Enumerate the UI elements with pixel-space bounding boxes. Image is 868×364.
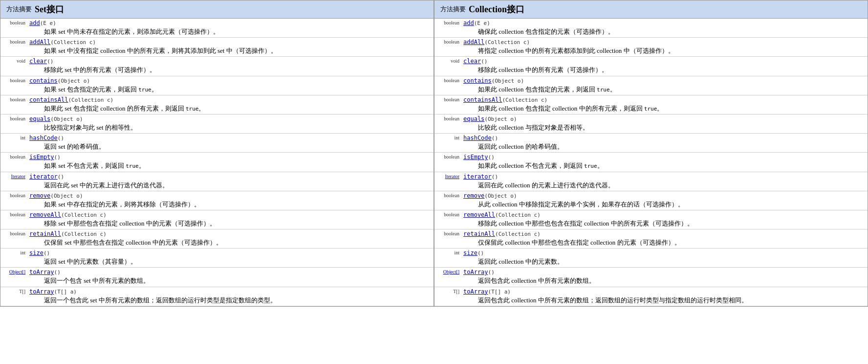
return-type-cell: boolean [434, 229, 461, 249]
method-signature[interactable]: addAll(Collection c) [29, 39, 432, 46]
method-description: 从此 collection 中移除指定元素的单个实例，如果存在的话（可选操作）。 [463, 200, 866, 209]
method-description: 返回此 collection 中的元素数。 [463, 257, 866, 266]
return-type-cell: int [0, 249, 27, 268]
return-type-cell: boolean [0, 191, 27, 210]
table-row: inthashCode()返回此 collection 的哈希码值。 [434, 134, 868, 153]
return-type-cell: boolean [0, 210, 27, 229]
method-signature[interactable]: toArray(T[] a) [463, 288, 866, 296]
collection-header-label: 方法摘要 [440, 5, 466, 14]
table-row: voidclear()移除此 set 中的所有元素（可选操作）。 [0, 57, 434, 76]
table-row: booleanretainAll(Collection c)仅保留 set 中那… [0, 229, 434, 249]
method-signature[interactable]: hashCode() [29, 135, 432, 142]
table-row: booleancontains(Object o)如果 set 包含指定的元素，… [0, 76, 434, 95]
method-description: 将指定 collection 中的所有元素都添加到此 collection 中（… [463, 46, 866, 55]
method-cell: addAll(Collection c)如果 set 中没有指定 collect… [27, 38, 434, 57]
method-signature[interactable]: isEmpty() [463, 154, 866, 161]
set-header-label: 方法摘要 [6, 5, 32, 14]
method-cell: hashCode()返回此 collection 的哈希码值。 [461, 134, 868, 153]
method-cell: clear()移除此 set 中的所有元素（可选操作）。 [27, 57, 434, 76]
table-row: booleanisEmpty()如果此 collection 不包含元素，则返回… [434, 153, 868, 172]
method-cell: add(E e)如果 set 中尚未存在指定的元素，则添加此元素（可选操作）。 [27, 19, 434, 38]
table-row: inthashCode()返回 set 的哈希码值。 [0, 134, 434, 153]
method-signature[interactable]: containsAll(Collection c) [463, 96, 866, 104]
return-type-cell: Object[] [434, 268, 461, 287]
table-row: booleanequals(Object o)比较指定对象与此 set 的相等性… [0, 114, 434, 133]
method-description: 返回 set 的哈希码值。 [29, 142, 432, 151]
method-signature[interactable]: retainAll(Collection c) [29, 230, 432, 238]
method-description: 如果此 collection 包含指定的元素，则返回 true。 [463, 85, 866, 94]
table-row: intsize()返回此 collection 中的元素数。 [434, 249, 868, 268]
table-row: intsize()返回 set 中的元素数（其容量）。 [0, 249, 434, 268]
method-signature[interactable]: contains(Object o) [463, 77, 866, 85]
method-description: 如果 set 中尚未存在指定的元素，则添加此元素（可选操作）。 [29, 27, 432, 36]
method-description: 如果 set 中存在指定的元素，则将其移除（可选操作）。 [29, 200, 432, 209]
return-type-cell: boolean [0, 153, 27, 172]
return-type-cell: void [434, 57, 461, 76]
method-cell: size()返回此 collection 中的元素数。 [461, 249, 868, 268]
method-signature[interactable]: toArray() [29, 269, 432, 276]
table-row: voidclear()移除此 collection 中的所有元素（可选操作）。 [434, 57, 868, 76]
method-signature[interactable]: equals(Object o) [29, 115, 432, 123]
table-row: booleanaddAll(Collection c)将指定 collectio… [434, 38, 868, 57]
method-signature[interactable]: containsAll(Collection c) [29, 96, 432, 104]
table-row: booleanisEmpty()如果 set 不包含元素，则返回 true。 [0, 153, 434, 172]
method-signature[interactable]: remove(Object o) [29, 192, 432, 200]
method-signature[interactable]: equals(Object o) [463, 115, 866, 123]
method-signature[interactable]: iterator() [29, 173, 432, 181]
set-panel: 方法摘要 Set接口 booleanadd(E e)如果 set 中尚未存在指定… [0, 0, 434, 307]
method-cell: addAll(Collection c)将指定 collection 中的所有元… [461, 38, 868, 57]
method-signature[interactable]: add(E e) [463, 20, 866, 27]
method-signature[interactable]: clear() [463, 58, 866, 65]
table-row: booleancontainsAll(Collection c)如果此 set … [0, 95, 434, 114]
return-type-cell: int [434, 249, 461, 268]
method-signature[interactable]: size() [29, 250, 432, 257]
method-signature[interactable]: remove(Object o) [463, 192, 866, 200]
return-type-cell: boolean [434, 210, 461, 229]
return-type-cell: boolean [434, 19, 461, 38]
method-cell: equals(Object o)比较此 collection 与指定对象是否相等… [461, 114, 868, 133]
method-signature[interactable]: removeAll(Collection c) [29, 211, 432, 219]
method-signature[interactable]: iterator() [463, 173, 866, 181]
set-header-title: Set接口 [35, 3, 64, 15]
method-cell: toArray(T[] a)返回一个包含此 set 中所有元素的数组；返回数组的… [27, 287, 434, 306]
table-row: T[]toArray(T[] a)返回一个包含此 set 中所有元素的数组；返回… [0, 287, 434, 306]
table-row: booleancontainsAll(Collection c)如果此 coll… [434, 95, 868, 114]
method-cell: remove(Object o)如果 set 中存在指定的元素，则将其移除（可选… [27, 191, 434, 210]
method-signature[interactable]: removeAll(Collection c) [463, 211, 866, 219]
collection-panel: 方法摘要 Collection接口 booleanadd(E e)确保此 col… [434, 0, 868, 307]
method-description: 如果此 collection 包含指定 collection 中的所有元素，则返… [463, 104, 866, 113]
method-description: 如果 set 不包含元素，则返回 true。 [29, 161, 432, 170]
method-signature[interactable]: size() [463, 250, 866, 257]
collection-panel-header: 方法摘要 Collection接口 [434, 0, 868, 19]
table-row: Object[]toArray()返回一个包含 set 中所有元素的数组。 [0, 268, 434, 287]
method-signature[interactable]: isEmpty() [29, 154, 432, 161]
method-description: 如果 set 包含指定的元素，则返回 true。 [29, 85, 432, 94]
method-description: 移除 set 中那些包含在指定 collection 中的元素（可选操作）。 [29, 219, 432, 228]
method-description: 如果此 set 包含指定 collection 的所有元素，则返回 true。 [29, 104, 432, 113]
method-cell: clear()移除此 collection 中的所有元素（可选操作）。 [461, 57, 868, 76]
return-type-cell: Iterator [0, 172, 27, 191]
table-row: booleanremoveAll(Collection c)移除此 collec… [434, 210, 868, 229]
method-signature[interactable]: retainAll(Collection c) [463, 230, 866, 238]
method-signature[interactable]: add(E e) [29, 20, 432, 27]
method-signature[interactable]: contains(Object o) [29, 77, 432, 85]
method-description: 仅保留 set 中那些包含在指定 collection 中的元素（可选操作）。 [29, 238, 432, 247]
return-type-cell: void [0, 57, 27, 76]
method-cell: equals(Object o)比较指定对象与此 set 的相等性。 [27, 114, 434, 133]
method-signature[interactable]: toArray(T[] a) [29, 288, 432, 296]
method-cell: isEmpty()如果此 collection 不包含元素，则返回 true。 [461, 153, 868, 172]
method-signature[interactable]: toArray() [463, 269, 866, 276]
set-table: booleanadd(E e)如果 set 中尚未存在指定的元素，则添加此元素（… [0, 19, 434, 306]
method-description: 移除此 set 中的所有元素（可选操作）。 [29, 66, 432, 74]
method-cell: remove(Object o)从此 collection 中移除指定元素的单个… [461, 191, 868, 210]
method-signature[interactable]: hashCode() [463, 135, 866, 142]
return-type-cell: boolean [0, 76, 27, 95]
method-cell: containsAll(Collection c)如果此 set 包含指定 co… [27, 95, 434, 114]
method-signature[interactable]: clear() [29, 58, 432, 65]
return-type-cell: boolean [0, 95, 27, 114]
method-signature[interactable]: addAll(Collection c) [463, 39, 866, 46]
return-type-cell: Iterator [434, 172, 461, 191]
return-type-cell: int [0, 134, 27, 153]
method-cell: contains(Object o)如果此 collection 包含指定的元素… [461, 76, 868, 95]
method-cell: retainAll(Collection c)仅保留此 collection 中… [461, 229, 868, 249]
